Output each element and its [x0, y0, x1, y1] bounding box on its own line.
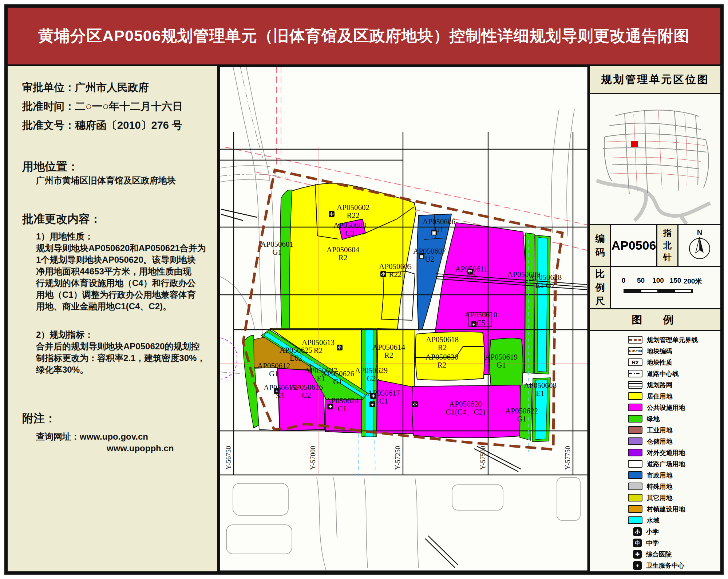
planning-notice-page: 黄埔分区AP0506规划管理单元（旧体育馆及区政府地块）控制性详细规划导则更改通…: [0, 0, 728, 579]
page-border: [4, 4, 724, 575]
